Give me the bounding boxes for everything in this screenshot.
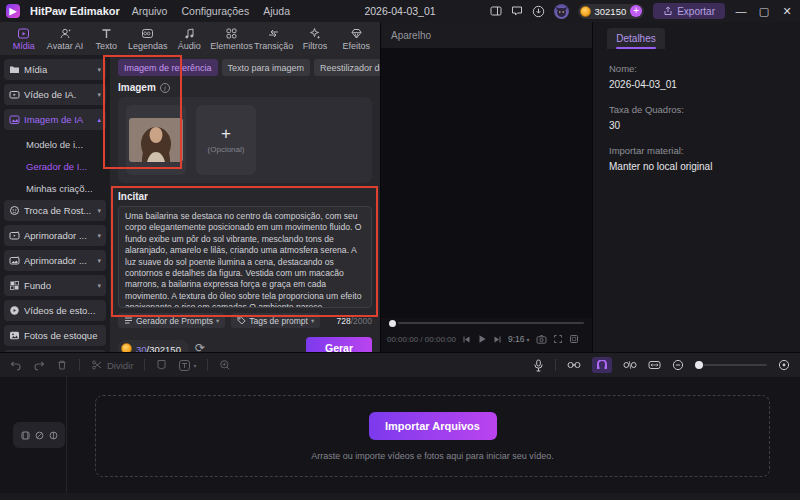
- chevron-down-icon: ▾: [216, 317, 219, 325]
- magnet-snap-toggle[interactable]: [592, 357, 612, 373]
- microphone-icon[interactable]: [533, 359, 544, 372]
- zoom-fit-icon[interactable]: [778, 359, 790, 371]
- ai-image-generator-panel: Imagem de referência Texto para imagem R…: [110, 55, 380, 352]
- media-icon: [17, 27, 30, 40]
- minimize-button[interactable]: —: [734, 5, 748, 17]
- play-icon[interactable]: [477, 334, 487, 344]
- sidebar-subitem-image-generator[interactable]: Gerador de I...: [4, 156, 106, 176]
- tab-reference-image[interactable]: Imagem de referência: [118, 59, 218, 76]
- transition-icon: [267, 27, 280, 40]
- snapshot-icon[interactable]: [536, 334, 547, 345]
- info-icon[interactable]: i: [160, 83, 170, 93]
- seek-handle[interactable]: [389, 320, 396, 327]
- tab-text-to-image[interactable]: Texto para imagem: [222, 59, 311, 76]
- export-icon: [663, 6, 673, 16]
- tab-details[interactable]: Detalhes: [607, 28, 665, 49]
- prompt-textarea[interactable]: Uma bailarina se destaca no centro da co…: [118, 206, 372, 308]
- tab-avatar-ai[interactable]: Avatar AI: [45, 27, 84, 51]
- export-button[interactable]: Exportar: [653, 3, 725, 19]
- menu-help[interactable]: Ajuda: [261, 5, 292, 17]
- add-optional-image-tile[interactable]: + (Opcional): [196, 105, 256, 175]
- tab-audio[interactable]: Áudio: [170, 27, 209, 51]
- ai-video-icon: [9, 89, 20, 100]
- details-panel: Detalhes Nome: 2026-04-03_01 Taxa de Qua…: [592, 22, 800, 352]
- ai-image-icon: [9, 114, 20, 125]
- unlink-icon[interactable]: [623, 360, 637, 370]
- tab-elements[interactable]: Elementos: [211, 27, 252, 51]
- tab-media[interactable]: Mídia: [4, 27, 43, 51]
- sidebar-subitem-my-creations[interactable]: Minhas criaçõ...: [4, 178, 106, 198]
- import-files-button[interactable]: Importar Arquivos: [369, 412, 497, 440]
- titlebar: ▶ HitPaw Edimakor Arquivo Configurações …: [0, 0, 800, 22]
- chevron-down-icon: ▾: [311, 317, 314, 325]
- sidebar-item-face-swap[interactable]: Troca de Rost... ▾: [4, 200, 106, 221]
- zoom-out-icon[interactable]: [672, 359, 684, 371]
- sidebar-item-image-enhancer[interactable]: Aprimorador ... ▾: [4, 250, 106, 271]
- prompt-tags-button[interactable]: Tags de prompt ▾: [231, 313, 320, 328]
- next-frame-icon[interactable]: [493, 335, 502, 344]
- feedback-icon[interactable]: [511, 5, 523, 17]
- credits-badge[interactable]: 302150 +: [578, 4, 645, 19]
- zoom-selection-icon[interactable]: [219, 359, 231, 371]
- menu-file[interactable]: Arquivo: [130, 5, 170, 17]
- tab-filters[interactable]: Filtros: [295, 27, 334, 51]
- preview-panel: Aparelho 00:00:00 / 00:00:00 9:16 ▾: [380, 22, 592, 352]
- folder-icon: [9, 64, 20, 75]
- sidebar-item-media[interactable]: Mídia ▾: [4, 59, 106, 80]
- text-tool-icon[interactable]: ▾: [178, 359, 196, 372]
- add-credits-button[interactable]: +: [630, 5, 642, 17]
- filters-icon: [308, 27, 321, 40]
- maximize-button[interactable]: ▢: [757, 5, 771, 18]
- resize-icon[interactable]: [553, 334, 563, 344]
- delete-icon[interactable]: [56, 359, 68, 371]
- image-enhancer-icon: [9, 255, 20, 266]
- sidebar-item-background[interactable]: Fundo ▾: [4, 275, 106, 296]
- prompt-generator-button[interactable]: Gerador de Prompts ▾: [118, 313, 225, 328]
- tab-transition[interactable]: Transição: [254, 27, 293, 51]
- timeline-zoom-slider[interactable]: [695, 364, 767, 366]
- sidebar-item-stock-videos[interactable]: Vídeos de esto...: [4, 300, 106, 321]
- sidebar-subitem-image-model[interactable]: Modelo de i...: [4, 134, 106, 154]
- download-icon[interactable]: [532, 5, 545, 18]
- close-button[interactable]: ✕: [780, 5, 794, 18]
- tab-text[interactable]: Texto: [87, 27, 126, 51]
- seek-track[interactable]: [398, 322, 584, 324]
- track-header-divider: [66, 377, 67, 493]
- tab-subtitles[interactable]: Legendas: [128, 27, 168, 51]
- face-swap-icon: [9, 205, 20, 216]
- split-button[interactable]: Dividir: [91, 359, 133, 371]
- framerate-field-label: Taxa de Quadros:: [609, 104, 784, 115]
- sidebar-item-ai-image[interactable]: Imagem de IA ▴: [4, 109, 106, 130]
- import-dropzone[interactable]: Importar Arquivos Arraste ou importe víd…: [95, 395, 770, 477]
- previous-frame-icon[interactable]: [462, 335, 471, 344]
- hide-track-icon[interactable]: [35, 431, 44, 440]
- sidebar-item-stock-photos[interactable]: Fotos de estoque: [4, 325, 106, 346]
- preview-canvas[interactable]: [381, 48, 592, 318]
- aspect-ratio-selector[interactable]: 9:16 ▾: [508, 334, 530, 344]
- menu-settings[interactable]: Configurações: [179, 5, 251, 17]
- auto-fit-icon[interactable]: [648, 360, 661, 370]
- user-avatar[interactable]: [554, 4, 569, 19]
- link-icon[interactable]: [567, 360, 581, 370]
- reference-image-thumbnail[interactable]: [126, 105, 186, 175]
- sidebar-item-video-enhancer[interactable]: Aprimorador ... ▾: [4, 225, 106, 246]
- mute-track-icon[interactable]: [49, 431, 58, 440]
- stock-video-icon: [9, 305, 20, 316]
- image-section-label: Imagem: [118, 82, 156, 93]
- effects-icon: [350, 27, 363, 40]
- undo-icon[interactable]: [10, 359, 22, 371]
- reference-image-box: + (Opcional): [118, 97, 372, 183]
- marker-icon[interactable]: [156, 359, 167, 371]
- avatar-ai-icon: [59, 27, 72, 40]
- toolbar-separator: [144, 359, 145, 371]
- text-icon: [100, 27, 113, 40]
- name-field-label: Nome:: [609, 63, 784, 74]
- track-thumbnail-icon[interactable]: [21, 431, 30, 440]
- layout-icon[interactable]: [490, 5, 502, 17]
- tab-effects[interactable]: Efeitos: [337, 27, 376, 51]
- optional-label: (Opcional): [208, 145, 245, 154]
- sidebar-item-ai-video[interactable]: Vídeo de IA. ▾: [4, 84, 106, 105]
- fullscreen-icon[interactable]: [569, 334, 579, 344]
- zoom-slider-handle[interactable]: [695, 361, 703, 369]
- redo-icon[interactable]: [33, 359, 45, 371]
